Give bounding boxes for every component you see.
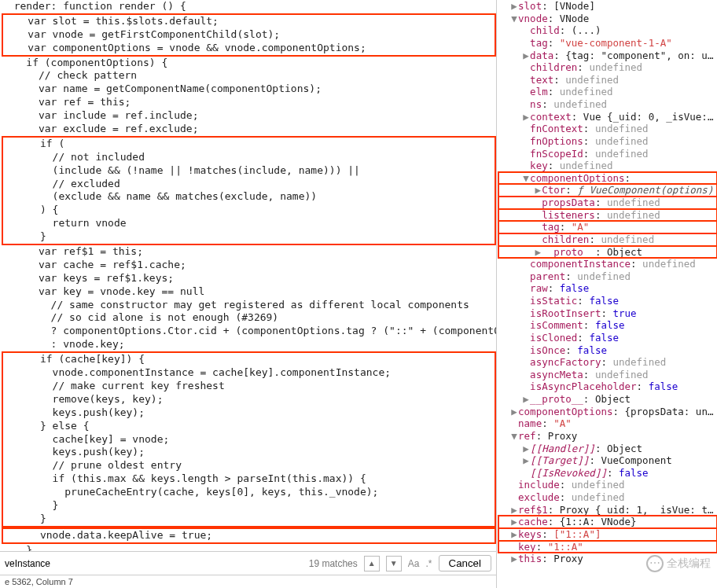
scope-property[interactable]: include: undefined — [498, 479, 717, 491]
scope-property[interactable]: ▶Ctor: ƒ VueComponent(options) — [498, 184, 717, 197]
code-line[interactable]: : vnode.key; — [2, 338, 496, 351]
scope-property[interactable]: key: "1::A" — [498, 541, 717, 553]
expand-toggle-icon[interactable]: ▶ — [510, 406, 518, 418]
code-line[interactable]: return vnode — [2, 217, 496, 230]
scope-property[interactable]: isOnce: false — [498, 344, 717, 357]
scope-property[interactable]: asyncFactory: undefined — [498, 356, 717, 369]
regex-toggle[interactable]: .* — [425, 558, 432, 569]
code-line[interactable]: ) { — [2, 204, 496, 217]
scope-property[interactable]: componentInstance: undefined — [498, 258, 717, 270]
expand-toggle-icon[interactable]: ▶ — [534, 246, 542, 259]
expand-toggle-icon[interactable]: ▼ — [522, 172, 530, 185]
scope-property[interactable]: raw: false — [498, 282, 717, 295]
code-line[interactable]: var componentOptions = vnode && vnode.co… — [2, 42, 496, 57]
code-line[interactable]: if (this.max && keys.length > parseInt(t… — [2, 472, 496, 486]
scope-property[interactable]: tag: "vue-component-1-A" — [498, 37, 717, 50]
expand-toggle-icon[interactable]: ▶ — [522, 393, 530, 406]
expand-toggle-icon[interactable]: ▶ — [510, 504, 518, 516]
code-line[interactable]: if ( — [2, 136, 496, 151]
scope-property[interactable]: listeners: undefined — [498, 209, 717, 222]
scope-property[interactable]: ▶cache: {1::A: VNode} — [498, 516, 717, 528]
code-line[interactable]: vnode.data.keepAlive = true; — [2, 527, 496, 544]
code-line[interactable]: // check pattern — [2, 69, 496, 83]
code-line[interactable]: // same constructor may get registered a… — [2, 299, 496, 312]
scope-property[interactable]: ▶[[Handler]]: Object — [498, 443, 717, 455]
code-line[interactable]: if (componentOptions) { — [2, 57, 496, 70]
expand-toggle-icon[interactable]: ▼ — [510, 430, 518, 443]
code-line[interactable]: if (cache[key]) { — [2, 351, 496, 366]
expand-toggle-icon[interactable]: ▶ — [522, 50, 530, 62]
cancel-button[interactable]: Cancel — [439, 555, 492, 571]
code-line[interactable]: (exclude && name && matches(exclude, nam… — [2, 190, 496, 204]
scope-property[interactable]: ▶slot: [VNode] — [498, 0, 717, 13]
expand-toggle-icon[interactable]: ▶ — [522, 111, 530, 123]
scope-property[interactable]: ns: undefined — [498, 98, 717, 111]
scope-property[interactable]: asyncMeta: undefined — [498, 369, 717, 381]
expand-toggle-icon[interactable]: ▶ — [510, 516, 518, 528]
expand-toggle-icon[interactable]: ▶ — [510, 528, 518, 541]
code-line[interactable]: var ref = this; — [2, 96, 496, 109]
scope-property[interactable]: child: (...) — [498, 24, 717, 37]
scope-property[interactable]: ▶__proto__: Object — [498, 393, 717, 406]
scope-property[interactable]: exclude: undefined — [498, 491, 717, 504]
next-match-button[interactable]: ▼ — [386, 556, 402, 571]
scope-property[interactable]: fnContext: undefined — [498, 123, 717, 135]
code-line[interactable]: var ref$1 = this; — [2, 245, 496, 259]
code-line[interactable]: keys.push(key); — [2, 406, 496, 420]
expand-toggle-icon[interactable]: ▶ — [522, 443, 530, 455]
scope-property[interactable]: children: undefined — [498, 61, 717, 74]
scope-inspector-panel[interactable]: ▶slot: [VNode] ▼vnode: VNode child: (...… — [497, 0, 717, 588]
expand-toggle-icon[interactable]: ▼ — [510, 13, 518, 25]
code-line[interactable]: pruneCacheEntry(cache, keys[0], keys, th… — [2, 486, 496, 499]
expand-toggle-icon[interactable]: ▶ — [510, 553, 518, 565]
expand-toggle-icon[interactable]: ▶ — [534, 184, 542, 197]
code-line[interactable]: // excluded — [2, 178, 496, 191]
code-line[interactable]: var exclude = ref.exclude; — [2, 123, 496, 136]
code-line[interactable]: keys.push(key); — [2, 446, 496, 459]
code-line[interactable]: cache[key] = vnode; — [2, 433, 496, 447]
code-line[interactable]: var cache = ref$1.cache; — [2, 259, 496, 272]
code-line[interactable]: } — [2, 513, 496, 527]
code-line[interactable]: var vnode = getFirstComponentChild(slot)… — [2, 28, 496, 42]
code-line[interactable]: // not included — [2, 151, 496, 164]
code-line[interactable]: } — [2, 499, 496, 513]
scope-property[interactable]: key: undefined — [498, 160, 717, 172]
scope-property[interactable]: tag: "A" — [498, 221, 717, 233]
scope-property[interactable]: parent: undefined — [498, 270, 717, 283]
code-line[interactable]: render: function render () { — [2, 0, 496, 13]
scope-property[interactable]: propsData: undefined — [498, 197, 717, 209]
code-editor[interactable]: render: function render () { var slot = … — [0, 0, 496, 551]
scope-property[interactable]: isComment: false — [498, 319, 717, 332]
scope-property[interactable]: ▶__proto__: Object — [498, 246, 717, 259]
scope-property[interactable]: ▼ref: Proxy — [498, 430, 717, 443]
scope-property[interactable]: ▶ref$1: Proxy {_uid: 1, _isVue: t… — [498, 504, 717, 516]
scope-property[interactable]: ▼componentOptions: — [498, 172, 717, 185]
scope-property[interactable]: ▶data: {tag: "component", on: u… — [498, 50, 717, 62]
code-line[interactable]: } — [2, 230, 496, 245]
scope-property[interactable]: [[IsRevoked]]: false — [498, 467, 717, 480]
scope-property[interactable]: ▶[[Target]]: VueComponent — [498, 454, 717, 467]
code-line[interactable]: var key = vnode.key == null — [2, 285, 496, 299]
prev-match-button[interactable]: ▲ — [364, 556, 380, 571]
scope-property[interactable]: children: undefined — [498, 233, 717, 246]
scope-property[interactable]: ▶context: Vue {_uid: 0, _isVue:… — [498, 111, 717, 123]
case-toggle[interactable]: Aa — [408, 558, 420, 569]
code-line[interactable]: var include = ref.include; — [2, 109, 496, 123]
scope-property[interactable]: fnScopeId: undefined — [498, 148, 717, 160]
code-line[interactable]: // prune oldest entry — [2, 459, 496, 472]
scope-property[interactable]: name: "A" — [498, 417, 717, 430]
code-line[interactable]: var keys = ref$1.keys; — [2, 272, 496, 285]
code-line[interactable]: remove(keys, key); — [2, 393, 496, 406]
search-input[interactable] — [5, 558, 303, 569]
code-line[interactable]: // make current key freshest — [2, 380, 496, 393]
scope-property[interactable]: isAsyncPlaceholder: false — [498, 380, 717, 393]
code-line[interactable]: ? componentOptions.Ctor.cid + (component… — [2, 325, 496, 338]
code-line[interactable]: vnode.componentInstance = cache[key].com… — [2, 366, 496, 380]
scope-property[interactable]: fnOptions: undefined — [498, 135, 717, 148]
expand-toggle-icon[interactable]: ▶ — [522, 454, 530, 467]
scope-property[interactable]: isRootInsert: true — [498, 307, 717, 320]
scope-property[interactable]: ▶keys: ["1::A"] — [498, 528, 717, 541]
code-line[interactable]: var slot = this.$slots.default; — [2, 13, 496, 28]
expand-toggle-icon[interactable]: ▶ — [510, 0, 518, 13]
scope-property[interactable]: ▶componentOptions: {propsData: un… — [498, 406, 717, 418]
